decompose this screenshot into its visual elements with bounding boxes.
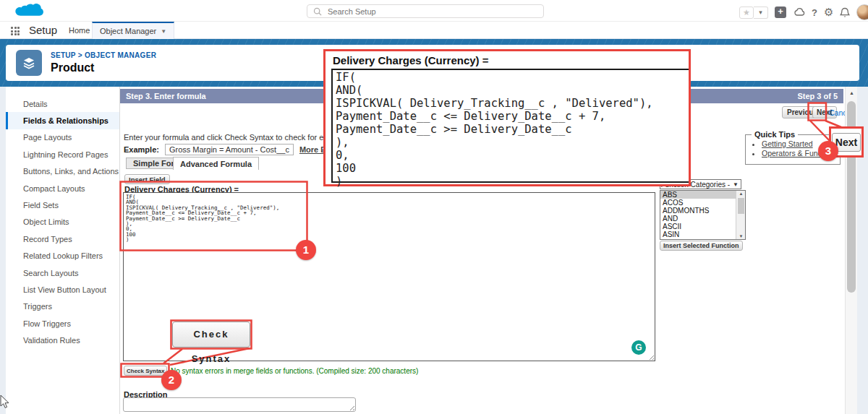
sidebar-item-list-view-button-layout[interactable]: List View Button Layout [6, 281, 119, 298]
sidebar-item-field-sets[interactable]: Field Sets [6, 197, 119, 213]
annotation-badge-2: 2 [161, 370, 182, 390]
example-value: Gross Margin = Amount - Cost__c [165, 144, 294, 155]
sidebar-item-fields-relationships[interactable]: Fields & Relationships [6, 112, 119, 129]
annotation-zoomed-formula: Delivery Charges (Currency) = IF( AND( I… [323, 49, 691, 186]
quick-tips-title: Quick Tips [752, 130, 798, 139]
sidebar-item-validation-rules[interactable]: Validation Rules [6, 332, 119, 348]
sidebar-item-compact-layouts[interactable]: Compact Layouts [6, 180, 119, 197]
getting-started-link[interactable]: Getting Started [762, 139, 813, 148]
global-add-icon[interactable]: + [775, 7, 786, 18]
function-option-addmonths[interactable]: ADDMONTHS [660, 207, 736, 215]
insert-field-button[interactable]: Insert Field [124, 174, 170, 184]
annotation-zoomed-check-syntax-button: Check Syntax [172, 322, 250, 348]
annotation-badge-1: 1 [296, 240, 316, 260]
setup-gear-icon[interactable]: ⚙ [824, 6, 833, 19]
zoomed-formula-label: Delivery Charges (Currency) = [333, 54, 489, 66]
scroll-down-icon[interactable]: ▼ [736, 234, 746, 238]
tab-advanced-formula[interactable]: Advanced Formula [173, 157, 259, 170]
help-icon[interactable]: ? [812, 7, 817, 18]
nav-tab-object-manager[interactable]: Object Manager▼ [92, 22, 174, 39]
annotation-badge-3: 3 [818, 141, 838, 161]
function-option-ascii[interactable]: ASCII [660, 223, 736, 230]
example-label: Example: [124, 145, 159, 154]
breadcrumb[interactable]: SETUP > OBJECT MANAGER [51, 51, 156, 59]
sidebar-item-object-limits[interactable]: Object Limits [6, 214, 119, 230]
object-layers-icon [16, 50, 42, 76]
sidebar-item-flow-triggers[interactable]: Flow Triggers [6, 315, 119, 332]
resize-handle[interactable] [348, 404, 354, 410]
search-icon [313, 7, 322, 16]
chevron-down-icon: ▼ [161, 28, 166, 35]
sidebar-item-triggers[interactable]: Triggers [6, 298, 119, 315]
description-textarea[interactable] [123, 397, 356, 412]
function-list-scrollbar[interactable]: ▲ ▼ [736, 191, 745, 239]
function-listbox[interactable]: ABS ACOS ADDMONTHS AND ASCII ASIN ▲ ▼ [660, 190, 746, 240]
favorites-list-caret-icon[interactable]: ▾ [754, 7, 768, 19]
global-search[interactable] [307, 4, 544, 18]
app-launcher-icon[interactable] [11, 27, 20, 35]
favorites-star-icon[interactable]: ★ [739, 7, 754, 19]
function-option-asin[interactable]: ASIN [660, 230, 736, 238]
sidebar-item-lightning-record-pages[interactable]: Lightning Record Pages [6, 146, 119, 163]
zoomed-formula-frame: IF( AND( ISPICKVAL( Delivery_Tracking__c… [331, 69, 689, 183]
sidebar-item-details[interactable]: Details [6, 95, 119, 112]
guidance-center-icon[interactable] [793, 7, 805, 17]
sidebar-item-buttons-links-actions[interactable]: Buttons, Links, and Actions [6, 163, 119, 180]
function-option-acos[interactable]: ACOS [660, 199, 736, 207]
object-sidebar: Details Fields & Relationships Page Layo… [6, 87, 120, 414]
check-syntax-button[interactable]: Check Syntax [124, 366, 167, 376]
mouse-cursor [0, 394, 10, 409]
salesforce-logo-icon [13, 2, 45, 21]
scroll-thumb[interactable] [738, 198, 744, 214]
scroll-up-icon[interactable]: ▲ [847, 88, 856, 98]
function-option-abs[interactable]: ABS [660, 191, 736, 199]
resize-handle[interactable] [647, 353, 654, 360]
sidebar-item-search-layouts[interactable]: Search Layouts [6, 264, 119, 281]
step-title: Step 3. Enter formula [126, 92, 206, 100]
salesforce-setup-page: ★ ▾ + ? ⚙ Setup Home Object Manager▼ SET… [0, 0, 868, 414]
step-indicator: Step 3 of 5 [797, 92, 838, 100]
sidebar-item-record-types[interactable]: Record Types [6, 230, 119, 247]
page-title: Product [51, 61, 94, 74]
chevron-down-icon: ▼ [733, 181, 739, 188]
sidebar-item-related-lookup-filters[interactable]: Related Lookup Filters [6, 248, 119, 264]
app-nav-bar: Setup Home Object Manager▼ [0, 22, 868, 39]
grammarly-icon[interactable]: G [631, 340, 646, 355]
notifications-bell-icon[interactable] [840, 7, 850, 18]
search-setup-input[interactable] [328, 7, 516, 16]
formula-text: IF( AND( ISPICKVAL( Delivery_Tracking__c… [126, 194, 279, 243]
insert-selected-function-button[interactable]: Insert Selected Function [660, 241, 743, 251]
zoomed-formula-text: IF( AND( ISPICKVAL( Delivery_Tracking__c… [336, 71, 653, 188]
global-header: ★ ▾ + ? ⚙ [0, 0, 868, 22]
user-avatar[interactable] [856, 4, 868, 20]
function-option-and[interactable]: AND [660, 215, 736, 223]
scroll-up-icon[interactable]: ▲ [736, 191, 746, 196]
app-name: Setup [29, 24, 57, 36]
sidebar-item-page-layouts[interactable]: Page Layouts [6, 129, 119, 146]
